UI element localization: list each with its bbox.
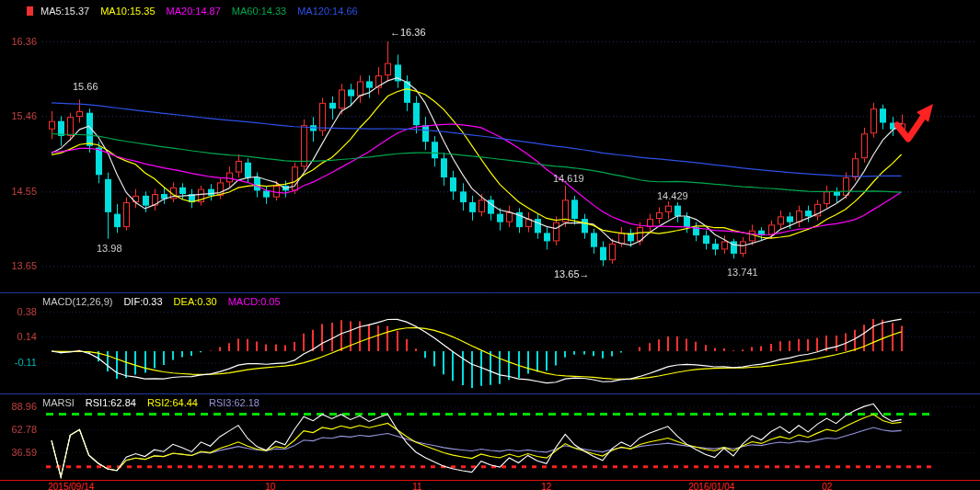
indicator-label: MACD(12,26,9) xyxy=(42,296,112,307)
indicator-label: RSI1:62.84 xyxy=(86,397,136,408)
price-annotation: 14.619 xyxy=(553,173,584,184)
price-annotation: ←16.36 xyxy=(390,27,426,38)
indicator-label: MA120:14.66 xyxy=(297,6,357,17)
macd-panel-canvas[interactable] xyxy=(0,292,980,393)
y-axis-label: -0.11 xyxy=(2,357,37,368)
indicator-label: RSI2:64.44 xyxy=(147,397,198,408)
price-annotation: 14.429 xyxy=(657,190,688,201)
trend-arrow-icon xyxy=(894,103,939,145)
y-axis-label: 36.59 xyxy=(2,447,37,458)
y-axis-label: 13.65 xyxy=(2,260,37,271)
ma-values: MA5:15.37MA10:15.35MA20:14.87MA60:14.33M… xyxy=(40,6,369,17)
macd-indicator-header: MACD(12,26,9)DIF:0.33DEA:0.30MACD:0.05 xyxy=(42,296,303,307)
y-axis-label: 0.14 xyxy=(2,331,37,342)
ma-indicator-header: MA5:15.37MA10:15.35MA20:14.87MA60:14.33M… xyxy=(27,6,380,17)
x-axis-date-label: 02 xyxy=(822,482,832,490)
y-axis-label: 88.96 xyxy=(2,401,37,412)
y-axis-label: 15.46 xyxy=(2,110,37,121)
indicator-label: MA60:14.33 xyxy=(232,6,286,17)
indicator-label: MA5:15.37 xyxy=(40,6,89,17)
rsi-values: MARSIRSI1:62.84RSI2:64.44RSI3:62.18 xyxy=(42,397,271,408)
indicator-label: MA20:14.87 xyxy=(167,6,221,17)
price-annotation: 13.741 xyxy=(727,267,758,278)
y-axis-label: 62.78 xyxy=(2,424,37,435)
indicator-label: MACD:0.05 xyxy=(228,296,281,307)
rsi-indicator-header: MARSIRSI1:62.84RSI2:64.44RSI3:62.18 xyxy=(42,397,282,408)
y-axis-label: 0.38 xyxy=(2,306,37,317)
time-axis: 2015/09/141011122016/01/0402 xyxy=(0,480,980,490)
x-axis-date-label: 12 xyxy=(541,482,551,490)
x-axis-date-label: 11 xyxy=(412,482,421,490)
price-annotation: 13.98 xyxy=(97,243,122,254)
macd-values: MACD(12,26,9)DIF:0.33DEA:0.30MACD:0.05 xyxy=(42,296,292,307)
indicator-label: MARSI xyxy=(42,397,75,408)
indicator-label: RSI3:62.18 xyxy=(209,397,259,408)
stock-chart-screen: MA5:15.37MA10:15.35MA20:14.87MA60:14.33M… xyxy=(0,0,980,490)
x-axis-date-label: 2015/09/14 xyxy=(48,482,94,490)
x-axis-date-label: 10 xyxy=(265,482,275,490)
price-chart-canvas[interactable] xyxy=(0,0,980,292)
indicator-label: DIF:0.33 xyxy=(123,296,162,307)
y-axis-label: 14.55 xyxy=(2,186,37,197)
x-axis-date-label: 2016/01/04 xyxy=(688,482,734,490)
price-annotation: 13.65→ xyxy=(554,268,590,279)
indicator-label: MA10:15.35 xyxy=(100,6,155,17)
y-axis-label: 16.36 xyxy=(2,36,37,47)
price-annotation: 15.66 xyxy=(73,81,98,92)
indicator-marker-icon xyxy=(27,6,33,16)
indicator-label: DEA:0.30 xyxy=(174,296,217,307)
